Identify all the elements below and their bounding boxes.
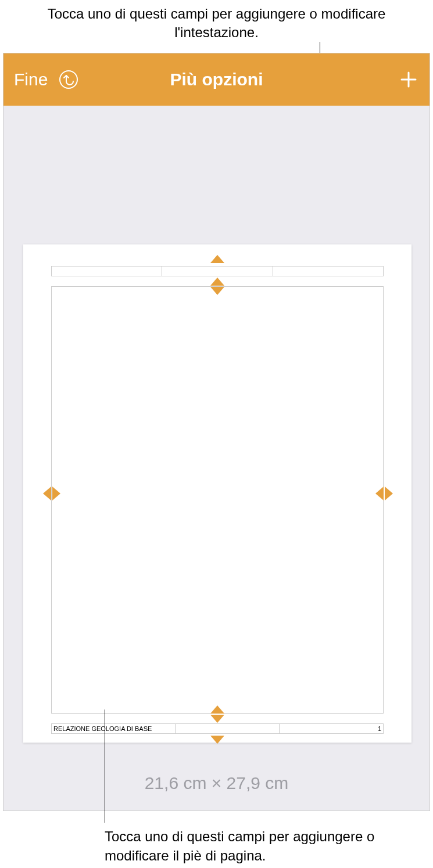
footer-field-left[interactable]: RELAZIONE GEOLOGIA DI BASE [52, 724, 176, 733]
margin-handle-body-bottom[interactable] [210, 705, 224, 722]
plus-icon [398, 69, 419, 90]
margin-handle-footer-bottom[interactable] [210, 736, 224, 744]
margin-handle-right[interactable] [375, 487, 392, 500]
footer-row: RELAZIONE GEOLOGIA DI BASE 1 [51, 723, 384, 734]
chevron-up-icon [210, 278, 224, 286]
header-field-left[interactable] [52, 266, 162, 276]
app-window: Fine Più opzioni [3, 53, 430, 811]
chevron-up-icon [210, 705, 224, 714]
chevron-right-icon [52, 487, 60, 500]
margin-handle-header-top[interactable] [210, 255, 224, 263]
header-row [51, 266, 384, 276]
header-field-right[interactable] [273, 266, 383, 276]
toolbar: Fine Più opzioni [3, 53, 430, 106]
chevron-down-icon [210, 715, 224, 723]
page-dimensions: 21,6 cm × 27,9 cm [3, 773, 430, 793]
chevron-right-icon [385, 487, 393, 500]
chevron-up-icon [210, 255, 224, 263]
document-page: RELAZIONE GEOLOGIA DI BASE 1 [23, 244, 411, 743]
chevron-left-icon [43, 487, 51, 500]
margin-handle-left[interactable] [43, 487, 59, 500]
callout-footer: Tocca uno di questi campi per aggiungere… [105, 827, 430, 865]
chevron-left-icon [375, 487, 384, 500]
chevron-down-icon [210, 736, 224, 744]
done-button[interactable]: Fine [14, 70, 48, 89]
undo-icon [58, 69, 79, 90]
add-button[interactable] [398, 69, 419, 90]
footer-field-center[interactable] [176, 724, 280, 733]
undo-button[interactable] [58, 69, 79, 90]
page-area: RELAZIONE GEOLOGIA DI BASE 1 21,6 cm × 2… [3, 106, 430, 811]
callout-header: Tocca uno di questi campi per aggiungere… [0, 5, 433, 42]
footer-field-right[interactable]: 1 [280, 724, 383, 733]
svg-point-0 [60, 71, 77, 88]
callout-line-footer [105, 709, 105, 823]
header-field-center[interactable] [162, 266, 273, 276]
document-body[interactable] [51, 286, 384, 714]
toolbar-title: Più opzioni [170, 70, 263, 89]
toolbar-left-group: Fine [14, 69, 79, 90]
